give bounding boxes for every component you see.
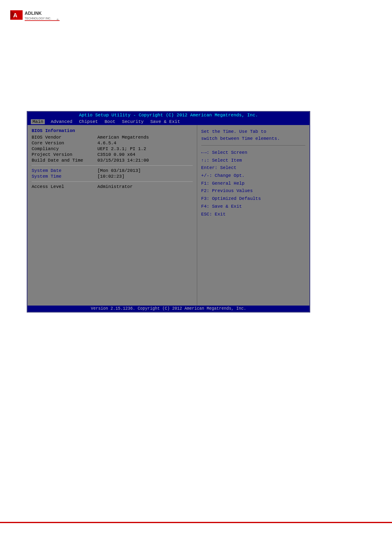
bottom-red-line (0, 522, 392, 523)
system-time-row[interactable]: System Time [10:02:23] (32, 174, 193, 179)
svg-text:ADLINK: ADLINK (25, 11, 42, 16)
bios-key-legend: ←→: Select Screen ↑↓: Select Item Enter:… (201, 149, 305, 218)
bios-title-bar: Aptio Setup Utility - Copyright (C) 2012… (28, 112, 309, 118)
help-line-1: Set the Time. Use Tab to (201, 128, 305, 135)
system-time-value[interactable]: [10:02:23] (97, 174, 125, 179)
svg-text:TECHNOLOGY INC.: TECHNOLOGY INC. (25, 17, 51, 20)
build-date-label: Build Date and Time (32, 158, 97, 163)
table-row: Project Version C3510 0.90 x64 (32, 152, 193, 157)
bios-divider (32, 165, 193, 166)
system-date-row[interactable]: System Date [Mon 03/18/2013] (32, 168, 193, 173)
menu-item-advanced[interactable]: Advanced (50, 119, 73, 124)
access-level-label: Access Level (32, 184, 97, 189)
build-date-value: 03/15/2013 14:21:00 (97, 158, 149, 163)
system-date-value[interactable]: [Mon 03/18/2013] (97, 168, 141, 173)
menu-item-chipset[interactable]: Chipset (78, 119, 99, 124)
bios-title-text: Aptio Setup Utility - Copyright (C) 2012… (79, 113, 258, 118)
project-version-value: C3510 0.90 x64 (97, 152, 135, 157)
key-esc-exit: ESC: Exit (201, 211, 305, 218)
bios-screen: Aptio Setup Utility - Copyright (C) 2012… (27, 111, 310, 313)
system-date-label: System Date (32, 168, 97, 173)
bios-menu-bar[interactable]: Main Advanced Chipset Boot Security Save… (28, 118, 309, 125)
access-level-value: Administrator (97, 184, 133, 189)
system-time-label: System Time (32, 174, 97, 179)
table-row: Core Version 4.6.5.4 (32, 141, 193, 146)
key-f4-save: F4: Save & Exit (201, 203, 305, 211)
bios-left-panel: BIOS Information BIOS Vendor American Me… (28, 125, 197, 308)
bios-vendor-value: American Megatrends (97, 135, 149, 140)
access-level-row: Access Level Administrator (32, 184, 193, 189)
menu-item-main[interactable]: Main (31, 119, 45, 124)
bios-content-area: BIOS Information BIOS Vendor American Me… (28, 125, 309, 308)
key-f3-defaults: F3: Optimized Defaults (201, 195, 305, 203)
key-f2-previous: F2: Previous Values (201, 187, 305, 195)
core-version-label: Core Version (32, 141, 97, 146)
bios-divider-2 (32, 181, 193, 182)
adlink-logo: A ADLINK TECHNOLOGY INC. ® (8, 8, 62, 33)
compliancy-value: UEFI 2.3.1; PI 1.2 (97, 146, 146, 151)
key-enter-select: Enter: Select (201, 164, 305, 172)
project-version-label: Project Version (32, 152, 97, 157)
key-change-opt: +/-: Change Opt. (201, 172, 305, 180)
help-line-2: switch between Time elements. (201, 135, 305, 142)
table-row: Compliancy UEFI 2.3.1; PI 1.2 (32, 146, 193, 151)
bios-help-text: Set the Time. Use Tab to switch between … (201, 128, 305, 142)
compliancy-label: Compliancy (32, 146, 97, 151)
bios-vendor-label: BIOS Vendor (32, 135, 97, 140)
bios-footer: Version 2.15.1236. Copyright (C) 2012 Am… (28, 306, 309, 312)
bios-section-title: BIOS Information (32, 128, 193, 133)
core-version-value: 4.6.5.4 (97, 141, 116, 146)
menu-item-boot[interactable]: Boot (104, 119, 116, 124)
bios-right-panel: Set the Time. Use Tab to switch between … (197, 125, 309, 308)
menu-item-save-exit[interactable]: Save & Exit (150, 119, 181, 124)
help-divider (201, 145, 305, 146)
key-select-screen: ←→: Select Screen (201, 149, 305, 157)
svg-text:A: A (13, 12, 17, 19)
table-row: Build Date and Time 03/15/2013 14:21:00 (32, 158, 193, 163)
table-row: BIOS Vendor American Megatrends (32, 135, 193, 140)
key-select-item: ↑↓: Select Item (201, 157, 305, 164)
menu-item-security[interactable]: Security (121, 119, 145, 124)
bios-footer-text: Version 2.15.1236. Copyright (C) 2012 Am… (91, 306, 246, 311)
key-f1-help: F1: General Help (201, 180, 305, 188)
